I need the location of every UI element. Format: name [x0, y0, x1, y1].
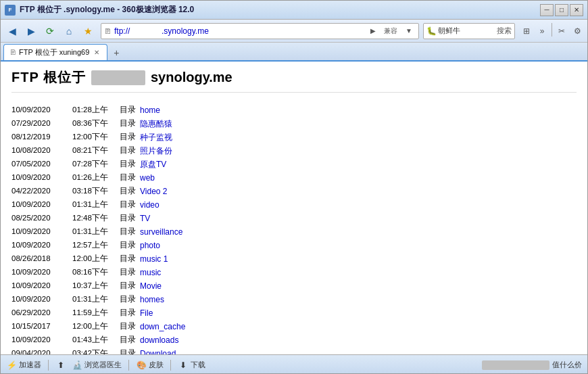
entry-name[interactable]: web: [140, 172, 155, 184]
entry-link[interactable]: music: [140, 268, 161, 277]
search-button[interactable]: 搜索: [497, 26, 512, 36]
entry-time: 08:16下午: [72, 266, 120, 278]
search-input[interactable]: [462, 27, 495, 35]
list-item: 10/09/202008:16下午目录 music: [11, 266, 577, 279]
entry-date: 10/09/2020: [11, 334, 72, 346]
entry-time: 03:18下午: [72, 185, 120, 197]
home-button[interactable]: ⌂: [60, 22, 78, 40]
entry-link[interactable]: 种子监视: [140, 133, 172, 142]
compat-arrow[interactable]: ▼: [402, 24, 416, 39]
minimize-button[interactable]: ─: [540, 4, 554, 16]
settings-button[interactable]: ⚙: [570, 23, 585, 39]
entry-link[interactable]: Download: [140, 349, 176, 354]
entry-link[interactable]: TV: [140, 214, 150, 223]
entry-name[interactable]: 隐惠酷猿: [140, 118, 172, 130]
page-content: FTP 根位于 synology.me 10/09/202001:28上午目录 …: [1, 62, 587, 354]
entry-link[interactable]: 隐惠酷猿: [140, 119, 172, 128]
entry-time: 10:37上午: [72, 280, 120, 291]
right-label: 值什么价: [552, 360, 582, 370]
entry-link[interactable]: photo: [140, 241, 160, 250]
tab-close-button[interactable]: ✕: [92, 48, 101, 57]
tab-ftp-root[interactable]: 🖹 FTP 根位于 xuning69 ✕: [3, 44, 107, 60]
entry-link[interactable]: Video 2: [140, 187, 167, 196]
back-button[interactable]: ◀: [3, 22, 21, 40]
tab-label: FTP 根位于 xuning69: [19, 47, 89, 57]
favorites-button[interactable]: ★: [79, 22, 97, 40]
entry-link[interactable]: homes: [140, 295, 164, 304]
tab-bar: 🖹 FTP 根位于 xuning69 ✕ +: [1, 43, 587, 62]
accelerator-item[interactable]: ⚡ 加速器: [6, 360, 41, 371]
address-bar[interactable]: 🖹 ▶ 兼容 ▼: [101, 23, 419, 39]
entry-date: 10/09/2020: [11, 239, 72, 251]
upload-item[interactable]: ⬆: [55, 360, 66, 371]
entry-type: 目录: [120, 158, 140, 170]
entry-date: 08/26/2018: [11, 253, 72, 264]
entry-link[interactable]: downloads: [140, 335, 178, 345]
list-item: 10/09/202001:26上午目录 web: [11, 171, 577, 185]
grid-button[interactable]: ⊞: [519, 23, 534, 39]
entry-time: 12:00上午: [72, 321, 120, 332]
search-box[interactable]: 🐛 朝鲜牛 搜索: [423, 23, 515, 39]
entry-time: 12:00下午: [72, 131, 120, 143]
window-title: FTP 根位于 .synology.me - 360极速浏览器 12.0: [20, 4, 540, 16]
entry-name[interactable]: TV: [140, 212, 150, 225]
page-title: FTP 根位于 synology.me: [11, 68, 577, 93]
entry-date: 10/09/2020: [11, 199, 72, 210]
entry-name[interactable]: downloads: [140, 334, 178, 346]
skin-item[interactable]: 🎨 皮肤: [136, 360, 164, 371]
entry-name[interactable]: surveillance: [140, 226, 182, 238]
cut-button[interactable]: ✂: [554, 23, 569, 39]
entry-type: 目录: [120, 131, 140, 143]
ftp-listing: 10/09/202001:28上午目录 home07/29/202008:36下…: [11, 103, 577, 354]
list-item: 06/29/202011:59上午目录 File: [11, 306, 577, 320]
entry-name[interactable]: 原盘TV: [140, 158, 166, 170]
entry-link[interactable]: 照片备份: [140, 146, 172, 156]
entry-link[interactable]: video: [140, 200, 160, 210]
upload-icon: ⬆: [55, 360, 66, 371]
forward-button[interactable]: ▶: [22, 22, 40, 40]
entry-name[interactable]: Video 2: [140, 185, 167, 197]
entry-link[interactable]: music 1: [140, 254, 168, 264]
entry-time: 12:00上午: [72, 253, 120, 264]
entry-name[interactable]: homes: [140, 294, 164, 306]
entry-name[interactable]: Download: [140, 348, 176, 354]
compat-button[interactable]: 兼容: [381, 24, 401, 39]
entry-type: 目录: [120, 280, 140, 291]
entry-link[interactable]: home: [140, 106, 160, 115]
entry-link[interactable]: surveillance: [140, 227, 182, 237]
entry-name[interactable]: music: [140, 266, 161, 279]
new-tab-button[interactable]: +: [109, 45, 124, 60]
status-right: 值什么价: [482, 360, 582, 370]
entry-name[interactable]: down_cache: [140, 321, 185, 333]
list-item: 08/12/201912:00下午目录 种子监视: [11, 131, 577, 144]
entry-date: 10/09/2020: [11, 226, 72, 237]
entry-name[interactable]: video: [140, 199, 160, 211]
list-item: 10/09/202001:31上午目录 video: [11, 198, 577, 212]
doctor-label: 浏览器医生: [84, 360, 122, 370]
list-item: 10/09/202001:43上午目录 downloads: [11, 333, 577, 347]
status-sep-3: [170, 360, 171, 371]
entry-name[interactable]: Movie: [140, 280, 162, 292]
close-button[interactable]: ✕: [570, 4, 583, 16]
refresh-button[interactable]: ⟳: [41, 22, 59, 40]
entry-name[interactable]: File: [140, 307, 153, 319]
maximize-button[interactable]: □: [555, 4, 568, 16]
rss-button[interactable]: ▶: [367, 24, 379, 39]
more-button[interactable]: »: [535, 23, 549, 39]
entry-link[interactable]: web: [140, 173, 155, 183]
download-item[interactable]: ⬇ 下载: [178, 360, 205, 371]
doctor-item[interactable]: 🔬 浏览器医生: [72, 360, 122, 371]
entry-link[interactable]: File: [140, 308, 153, 318]
entry-name[interactable]: photo: [140, 239, 160, 252]
entry-link[interactable]: Movie: [140, 281, 162, 291]
entry-name[interactable]: home: [140, 104, 160, 116]
entry-link[interactable]: down_cache: [140, 322, 185, 331]
entry-name[interactable]: 照片备份: [140, 145, 172, 157]
entry-link[interactable]: 原盘TV: [140, 160, 166, 169]
entry-name[interactable]: 种子监视: [140, 131, 172, 143]
entry-time: 08:21下午: [72, 145, 120, 156]
list-item: 07/29/202008:36下午目录 隐惠酷猿: [11, 117, 577, 131]
entry-name[interactable]: music 1: [140, 253, 168, 265]
list-item: 08/25/202012:48下午目录 TV: [11, 212, 577, 225]
address-input[interactable]: [114, 26, 367, 36]
